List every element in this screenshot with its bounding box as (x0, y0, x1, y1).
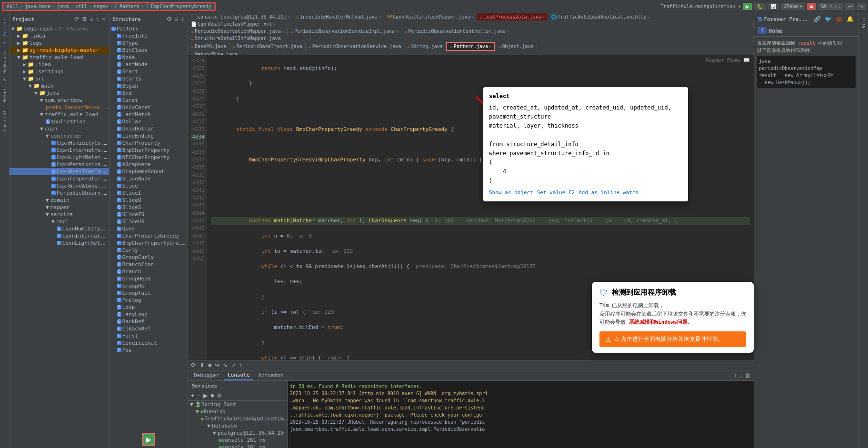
close-tab-http[interactable]: × (648, 15, 650, 20)
tree-item-light-svc[interactable]: CCqxnLightRel... (10, 239, 109, 247)
tree-item-service-pkg[interactable]: ▼ service (10, 211, 109, 218)
structure-item-slicei[interactable]: CSliceI (110, 189, 188, 197)
redo-button[interactable]: ↪ (857, 3, 866, 10)
tab-cqxnmapper[interactable]: 🗺 CqxnRealTimeTaskMapper.java × (384, 13, 477, 20)
structure-item-qtype[interactable]: CQType (110, 40, 188, 47)
tree-item-periodic-ctrl[interactable]: CPeriodicObserv... (10, 189, 109, 197)
debug-step-into[interactable]: ↘ (222, 361, 229, 369)
stop-button[interactable]: ■ (807, 3, 816, 10)
console-scroll-down[interactable]: ↓ (738, 372, 743, 379)
tab-structuremapper[interactable]: ☕ StructureDetailInfoMapper.java (188, 35, 754, 42)
project-expand-icon[interactable]: ≡ (89, 15, 94, 23)
structure-item-slice[interactable]: CSlice (110, 182, 188, 189)
tree-item-permission-ctrl[interactable]: CCqxnPermission... (10, 161, 109, 168)
run-highlighted-button[interactable]: ▶ (142, 433, 155, 446)
services-console2[interactable]: ● console 261 ms (188, 444, 288, 448)
close-tab-periodicmapper[interactable]: × (282, 29, 284, 34)
tree-item-settings[interactable]: ▶ 📁.settings (10, 68, 109, 75)
tree-item-temperature-ctrl[interactable]: CCqxnTemperatur... (10, 175, 109, 182)
ai-icon-4[interactable]: 🔔 (846, 15, 855, 23)
structure-item-treeinfo[interactable]: CTreeInfo (110, 32, 188, 40)
structure-item-end[interactable]: CEnd (110, 90, 188, 97)
breadcrumb-tab-util[interactable]: util (75, 4, 87, 9)
rebel-button[interactable]: JRebel ▾ (781, 3, 805, 10)
tree-item-traffic[interactable]: ▼ 📁traffic-axle-load (10, 54, 109, 61)
close-tab-periodicserviceimpl[interactable]: × (396, 29, 398, 34)
services-running[interactable]: ▼ ● Running (188, 408, 288, 415)
coverage-button[interactable]: 📊 (768, 3, 779, 10)
breadcrumb-tab-dk11[interactable]: dk11 (7, 4, 18, 9)
structure-item-unixcaret[interactable]: CUnixCaret (110, 104, 188, 111)
tree-item-smartbow[interactable]: ▼ com.smartbow (10, 97, 109, 104)
structure-item-starts[interactable]: CStartS (110, 75, 188, 82)
tab-methodtype[interactable]: ☕ MethodType.java (188, 51, 754, 55)
tree-item-realtime-ctrl[interactable]: CCqxnRealTimeTa... (10, 168, 109, 175)
tab-testprocess[interactable]: ☕ testProcessData.java × (477, 13, 548, 20)
structure-item-first[interactable]: CFirst (110, 332, 188, 339)
structure-item-branch[interactable]: CBranch (110, 268, 188, 275)
debug-stop[interactable]: ■ (207, 361, 212, 369)
structure-gear[interactable]: ⚙ (166, 15, 173, 23)
services-springboot[interactable]: ▼ 🍃 Spring Boot (188, 401, 288, 408)
close-tab-console[interactable]: × (288, 15, 290, 20)
structure-item-nfccharproperty[interactable]: CNFCCharProperty (110, 154, 188, 161)
tree-item-sgroad[interactable]: ▶ 📁sg-road-bigdata-master (10, 47, 109, 54)
ai-icon-1[interactable]: 🔗 (813, 15, 822, 23)
structure-item-lastnode[interactable]: CLastNode (110, 61, 188, 68)
tree-item-humidity-ctrl[interactable]: CCqxnHumidityCo... (10, 139, 109, 147)
structure-item-lastmatch[interactable]: CLastMatch (110, 111, 188, 118)
structure-item-backref[interactable]: CBackRef (110, 318, 188, 325)
undo-button[interactable]: ↩ (845, 3, 855, 10)
close-tab-xml[interactable]: × (273, 22, 276, 27)
structure-item-loop[interactable]: CLoop (110, 304, 188, 311)
ai-icon-2[interactable]: 🐦 (824, 15, 833, 23)
close-tab-cqxnmapper[interactable]: × (471, 15, 474, 20)
services-console1[interactable]: ● console 261 ms (188, 437, 288, 444)
tab-xml[interactable]: 📄 CqxnRealTimeTaskMapper.xml × (188, 20, 754, 28)
popup-show-as-object[interactable]: Show as object (489, 189, 533, 196)
tree-item-mapper-pkg[interactable]: ▼ mapper (10, 204, 109, 211)
structure-item-slicenode[interactable]: CSliceNode (110, 175, 188, 182)
structure-item-groupref[interactable]: CGroupRef (110, 282, 188, 289)
structure-item-ques[interactable]: CQues (110, 225, 188, 232)
vtab-jrebel[interactable]: JRebel (1, 85, 8, 107)
vtab-bookmarks[interactable]: 2: Bookmarks (1, 48, 8, 84)
structure-item-charproperty[interactable]: CCharProperty (110, 139, 188, 147)
services-stop[interactable]: ■ (210, 392, 215, 399)
tree-item-proto[interactable]: proto.SensorMessa... (10, 104, 109, 111)
structure-item-unixdollar[interactable]: CUnixDollar (110, 125, 188, 132)
close-tab-invocable[interactable]: × (379, 15, 381, 20)
structure-item-lineending[interactable]: CLineEnding (110, 132, 188, 139)
services-database[interactable]: ▼ Database (188, 422, 288, 429)
home-label[interactable]: Home (768, 28, 782, 34)
breadcrumb-tab-bmpchar[interactable]: BmpCharPropertyGreedy (151, 4, 211, 9)
tree-item-cqxn[interactable]: ▼ cqxn (10, 125, 109, 132)
popup-set-value[interactable]: Set value F2 (537, 189, 575, 196)
structure-item-charpropertygreedy[interactable]: CCharPropertyGreedy (110, 232, 188, 239)
console-clear[interactable]: 🗑 (744, 372, 752, 379)
tree-item-wind-ctrl[interactable]: CCqxnWindAtmos... (10, 182, 109, 189)
structure-item-node[interactable]: CNode (110, 54, 188, 61)
close-tab-periodiccontroller[interactable]: × (507, 29, 509, 34)
structure-item-lazyloop[interactable]: CLazyLoop (110, 311, 188, 318)
services-postgres[interactable]: ▼ postgres@121.36.84.20 (188, 429, 288, 437)
run-button[interactable]: ▶ (743, 3, 752, 10)
structure-item-xgrapheme[interactable]: CXGrapheme (110, 161, 188, 168)
git-button[interactable]: Git: ✓ ↑ ↓ (818, 3, 843, 10)
tab-periodicserviceimpl[interactable]: ☕ PeriodicObservationServiceImpl.java × (288, 28, 401, 35)
bottom-tab-debugger[interactable]: Debugger (190, 371, 223, 380)
tab-http[interactable]: 🌐 TrafficAxleLoadApplication.http × (548, 13, 653, 20)
debug-step-over[interactable]: ↪ (214, 361, 220, 369)
debug-add-watch[interactable]: + (238, 361, 243, 369)
structure-item-conditional[interactable]: CConditional (110, 339, 188, 347)
tab-basepo[interactable]: ☕ BasePO.java (188, 42, 229, 51)
debug-button[interactable]: 🐛 (754, 3, 766, 10)
tree-item-idea2[interactable]: ▶ 📁.idea (10, 61, 109, 68)
structure-item-caret[interactable]: CCaret (110, 97, 188, 104)
structure-item-sliceis[interactable]: CSliceIS (110, 211, 188, 218)
structure-item-graphemebound[interactable]: CGraphemeBound (110, 168, 188, 175)
structure-item-dollar[interactable]: CDollar (110, 118, 188, 125)
bottom-tab-actuator[interactable]: Actuator (254, 371, 287, 380)
vtab-project[interactable]: 1: Project (1, 15, 8, 47)
tree-item-java[interactable]: ▼ 📁java (10, 90, 109, 97)
